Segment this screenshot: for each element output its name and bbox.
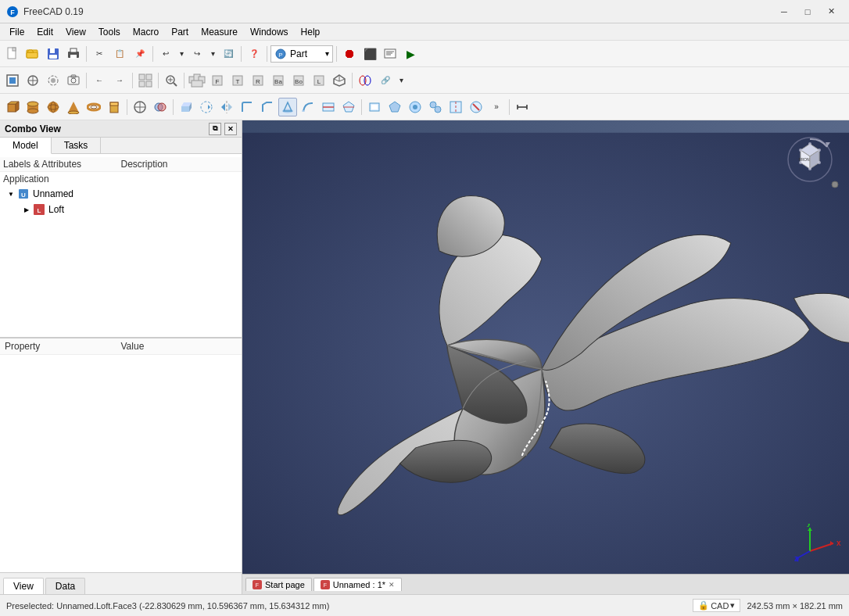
part-sweep[interactable] xyxy=(299,98,317,116)
help-btn[interactable]: ❓ xyxy=(245,45,263,63)
part-compound[interactable] xyxy=(426,98,445,116)
svg-rect-58 xyxy=(8,104,16,112)
part-cross-section[interactable] xyxy=(339,98,358,116)
tree-item-unnamed[interactable]: ▼ U Unnamed xyxy=(0,186,242,202)
view-fit-all[interactable] xyxy=(3,71,22,90)
menu-measure[interactable]: Measure xyxy=(195,25,244,39)
view-sync[interactable] xyxy=(136,71,155,90)
part-extrude[interactable] xyxy=(177,98,195,116)
workbench-dropdown[interactable]: P Part xyxy=(270,45,333,63)
cut-button[interactable]: ✂ xyxy=(90,45,109,63)
part-sphere[interactable] xyxy=(44,98,63,116)
loft-expander[interactable]: ▶ xyxy=(22,205,31,214)
print-button[interactable] xyxy=(64,45,83,63)
view-top[interactable]: T xyxy=(228,71,247,90)
maximize-button[interactable]: □ xyxy=(796,4,819,20)
part-fillet[interactable] xyxy=(238,98,256,116)
cad-indicator[interactable]: 🔒 CAD ▾ xyxy=(693,599,740,612)
open-button[interactable] xyxy=(23,45,42,63)
tab-close-button[interactable]: ✕ xyxy=(389,581,395,589)
minimize-button[interactable]: ─ xyxy=(772,4,796,20)
close-button[interactable]: ✕ xyxy=(819,4,843,20)
view-bottom[interactable]: Bo xyxy=(289,71,308,90)
refresh-button[interactable]: 🔄 xyxy=(219,45,238,63)
view-draw-style[interactable] xyxy=(44,71,63,90)
unnamed-expander[interactable]: ▼ xyxy=(6,189,16,199)
tab-model[interactable]: Model xyxy=(0,138,52,154)
cad-dropdown-icon[interactable]: ▾ xyxy=(730,600,735,611)
part-section[interactable] xyxy=(319,98,338,116)
window-title: FreeCAD 0.19 xyxy=(23,6,772,17)
part-thickness[interactable] xyxy=(365,98,384,116)
sep13 xyxy=(361,99,362,115)
execute-macro-button[interactable]: ▶ xyxy=(401,45,420,63)
copy-button[interactable]: 📋 xyxy=(110,45,129,63)
menu-tools[interactable]: Tools xyxy=(92,25,127,39)
menu-edit[interactable]: Edit xyxy=(30,25,59,39)
macro-editor-button[interactable] xyxy=(381,45,399,63)
view-tab[interactable]: View xyxy=(3,578,44,594)
view-cube[interactable]: FRONT xyxy=(779,128,841,191)
view-isometric[interactable] xyxy=(330,71,349,90)
part-loft[interactable] xyxy=(278,98,297,116)
tree-item-loft[interactable]: ▶ L Loft xyxy=(0,202,242,217)
combo-restore-button[interactable]: ⧉ xyxy=(209,123,221,135)
view-link-dropdown[interactable]: ▾ xyxy=(396,71,406,90)
start-page-tab[interactable]: F Start page xyxy=(245,578,312,591)
svg-text:F: F xyxy=(10,9,15,16)
undo-button[interactable]: ↩ xyxy=(156,45,175,63)
save-button[interactable] xyxy=(44,45,63,63)
view-home[interactable] xyxy=(188,71,206,90)
redo-dropdown[interactable]: ▾ xyxy=(208,45,217,63)
view-rear[interactable]: Ba xyxy=(269,71,288,90)
part-cylinder[interactable] xyxy=(23,98,42,116)
view-front[interactable]: F xyxy=(208,71,227,90)
record-macro-button[interactable]: ⏺ xyxy=(340,45,359,63)
view-stereo[interactable] xyxy=(356,71,374,90)
new-button[interactable] xyxy=(3,45,22,63)
part-chamfer[interactable] xyxy=(258,98,277,116)
menu-help[interactable]: Help xyxy=(295,25,327,39)
view-fit-selection[interactable] xyxy=(23,71,42,90)
part-defeaturing[interactable] xyxy=(467,98,485,116)
menu-windows[interactable]: Windows xyxy=(244,25,295,39)
part-cone[interactable] xyxy=(64,98,83,116)
part-more[interactable]: » xyxy=(487,98,506,116)
part-boolean[interactable] xyxy=(151,98,170,116)
view-forward[interactable]: → xyxy=(110,71,129,90)
zoom-dropdown[interactable] xyxy=(162,71,181,90)
tab-tasks[interactable]: Tasks xyxy=(52,138,102,153)
svg-point-71 xyxy=(91,106,97,109)
view-left[interactable]: L xyxy=(310,71,328,90)
viewport-dimensions: 242.53 mm × 182.21 mm xyxy=(747,601,843,611)
stop-macro-button[interactable]: ⬛ xyxy=(360,45,379,63)
menu-macro[interactable]: Macro xyxy=(127,25,165,39)
view-back[interactable]: ← xyxy=(90,71,109,90)
part-create-shape[interactable] xyxy=(131,98,149,116)
sep2 xyxy=(152,46,153,62)
paste-button[interactable]: 📌 xyxy=(131,45,149,63)
view-screenshot[interactable] xyxy=(64,71,83,90)
data-tab[interactable]: Data xyxy=(45,578,85,594)
unnamed-page-tab[interactable]: F Unnamed : 1* ✕ xyxy=(313,578,402,591)
menu-part[interactable]: Part xyxy=(165,25,195,39)
part-tube[interactable] xyxy=(105,98,124,116)
combo-close-button[interactable]: ✕ xyxy=(224,123,237,135)
part-split[interactable] xyxy=(446,98,465,116)
part-subshape[interactable] xyxy=(406,98,424,116)
part-revolve[interactable] xyxy=(197,98,216,116)
part-torus[interactable] xyxy=(84,98,103,116)
redo-button[interactable]: ↪ xyxy=(188,45,206,63)
viewport[interactable]: FRONT xyxy=(242,120,849,594)
view-right[interactable]: R xyxy=(249,71,267,90)
part-box[interactable] xyxy=(3,98,22,116)
undo-dropdown[interactable]: ▾ xyxy=(177,45,186,63)
property-col-header: Property xyxy=(5,341,121,352)
menu-file[interactable]: File xyxy=(3,25,30,39)
view-link[interactable]: 🔗 xyxy=(376,71,395,90)
menu-view[interactable]: View xyxy=(59,25,92,39)
part-mirror[interactable] xyxy=(217,98,236,116)
measure-linear[interactable] xyxy=(513,98,532,116)
workbench-label: Part xyxy=(290,48,322,59)
part-create-face[interactable] xyxy=(385,98,404,116)
